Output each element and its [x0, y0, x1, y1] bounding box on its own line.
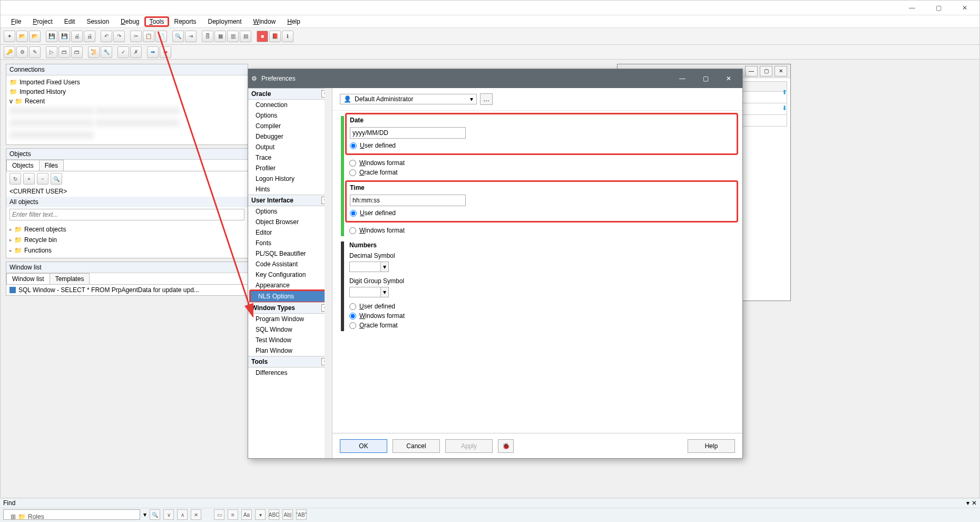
- find-list-icon[interactable]: ≡: [228, 509, 238, 520]
- inner-minimize-button[interactable]: —: [745, 66, 758, 76]
- group-symbol-input[interactable]: [349, 287, 381, 297]
- menu-edit[interactable]: Edit: [59, 17, 81, 26]
- menu-window[interactable]: Window: [248, 17, 281, 26]
- tree-imported-history[interactable]: 📁Imported History: [9, 87, 244, 96]
- time-radio-windows[interactable]: Windows format: [349, 227, 734, 234]
- pref-item-program-window[interactable]: Program Window: [248, 314, 332, 324]
- pref-item-plan-window[interactable]: Plan Window: [248, 345, 332, 356]
- tree-imported-fixed[interactable]: 📁Imported Fixed Users: [9, 78, 244, 87]
- pref-item-logon-history[interactable]: Logon History: [248, 173, 332, 184]
- prefs-maximize-button[interactable]: ▢: [695, 71, 716, 86]
- toolbar-redo-icon[interactable]: ↷: [113, 31, 125, 42]
- time-radio-user[interactable]: User defined: [350, 209, 733, 217]
- decimal-symbol-input[interactable]: [349, 262, 381, 272]
- toolbar-open2-icon[interactable]: 📂: [29, 31, 41, 42]
- pref-cat-tools[interactable]: Tools▾: [248, 356, 332, 368]
- find-quotes-icon[interactable]: "AB": [296, 509, 307, 520]
- toolbar-arrow-right-icon[interactable]: ➡: [147, 46, 159, 58]
- find-close2-icon[interactable]: ✕: [191, 509, 201, 520]
- toolbar-info-icon[interactable]: ℹ: [282, 31, 293, 42]
- pref-item-nls-options[interactable]: NLS Options: [251, 291, 329, 302]
- numbers-radio-user[interactable]: User defined: [349, 303, 734, 310]
- toolbar-cut-icon[interactable]: ✂: [130, 31, 142, 42]
- pref-item-beautifier[interactable]: PL/SQL Beautifier: [248, 248, 332, 259]
- menu-tools[interactable]: Tools: [144, 16, 169, 27]
- pref-tree-scrollbar[interactable]: [325, 88, 332, 458]
- tab-objects[interactable]: Objects: [6, 160, 40, 171]
- pref-item-hints[interactable]: Hints: [248, 184, 332, 195]
- tree-recent-objects[interactable]: 📁Recent objects: [9, 224, 244, 235]
- pref-item-trace[interactable]: Trace: [248, 152, 332, 163]
- toolbar-undo-icon[interactable]: ↶: [101, 31, 112, 42]
- pref-item-differences[interactable]: Differences: [248, 368, 332, 378]
- menu-help[interactable]: Help: [282, 17, 306, 26]
- preferences-tree[interactable]: Oracle▾ Connection Options Compiler Debu…: [248, 88, 332, 458]
- toolbar-commit-icon[interactable]: ✓: [117, 46, 129, 58]
- toolbar-paste-icon[interactable]: 📄: [155, 31, 167, 42]
- toolbar-print-icon[interactable]: 🖨: [71, 31, 83, 42]
- dropdown-icon[interactable]: ▾: [381, 287, 389, 297]
- preferences-titlebar[interactable]: ⚙ Preferences — ▢ ✕: [248, 69, 742, 88]
- pref-cat-oracle[interactable]: Oracle▾: [248, 88, 332, 100]
- pref-item-profiler[interactable]: Profiler: [248, 163, 332, 173]
- toolbar-book-icon[interactable]: 📕: [269, 31, 281, 42]
- find-highlight-icon[interactable]: ▭: [214, 509, 224, 520]
- cancel-button[interactable]: Cancel: [393, 439, 440, 453]
- find-close-icon[interactable]: ✕: [972, 499, 977, 507]
- toolbar-db-icon[interactable]: 🗄: [202, 31, 213, 42]
- toolbar-copy-icon[interactable]: 📋: [143, 31, 154, 42]
- find-abc-icon[interactable]: ABC: [269, 509, 279, 520]
- date-radio-oracle[interactable]: Oracle format: [349, 169, 734, 176]
- pref-item-output[interactable]: Output: [248, 142, 332, 152]
- dropdown-icon[interactable]: ▾: [381, 262, 389, 272]
- tab-window-list[interactable]: Window list: [6, 273, 50, 284]
- pref-item-appearance[interactable]: Appearance: [248, 280, 332, 291]
- date-radio-windows[interactable]: Windows format: [349, 159, 734, 167]
- prefs-minimize-button[interactable]: —: [672, 71, 693, 86]
- help-button[interactable]: Help: [688, 439, 735, 453]
- toolbar-save-icon[interactable]: 💾: [46, 31, 57, 42]
- plus-icon[interactable]: +: [23, 173, 35, 185]
- admin-more-button[interactable]: …: [480, 93, 493, 105]
- toolbar-wrench-icon[interactable]: 🔧: [101, 46, 112, 58]
- toolbar-print2-icon[interactable]: 🖨: [84, 31, 95, 42]
- bottom-tree-item[interactable]: ⊞ 📁 Roles: [11, 513, 44, 520]
- current-user-row[interactable]: <CURRENT USER>: [6, 186, 248, 197]
- toolbar-gear-icon[interactable]: ⚙: [16, 46, 28, 58]
- find-up-icon[interactable]: ∧: [177, 509, 188, 520]
- find-prev-icon[interactable]: ∨: [163, 509, 174, 520]
- find-regex-icon[interactable]: Ab|: [282, 509, 293, 520]
- pref-item-options[interactable]: Options: [248, 110, 332, 121]
- toolbar-key-icon[interactable]: 🔑: [4, 46, 15, 58]
- pref-item-key-config[interactable]: Key Configuration: [248, 269, 332, 280]
- toolbar-db3-icon[interactable]: 🗃: [71, 46, 83, 58]
- inner-close-button[interactable]: ✕: [775, 66, 787, 76]
- main-minimize-button[interactable]: —: [900, 2, 924, 14]
- filter-input[interactable]: [9, 209, 244, 220]
- toolbar-find-icon[interactable]: 🔍: [172, 31, 184, 42]
- pref-cat-window-types[interactable]: Window Types▾: [248, 302, 332, 314]
- pref-cat-ui[interactable]: User Interface▾: [248, 195, 332, 206]
- find-dropdown2-icon[interactable]: ▾: [255, 509, 266, 520]
- refresh-icon[interactable]: ↻: [9, 173, 21, 185]
- tree-recycle-bin[interactable]: 📁Recycle bin: [9, 235, 244, 245]
- tree-recent[interactable]: v📁Recent: [9, 96, 244, 106]
- menu-deployment[interactable]: Deployment: [203, 17, 247, 26]
- toolbar-grid-icon[interactable]: ▤: [240, 31, 251, 42]
- pref-item-connection[interactable]: Connection: [248, 100, 332, 110]
- menu-debug[interactable]: Debug: [115, 17, 144, 26]
- find-next-icon[interactable]: 🔍: [150, 509, 160, 520]
- toolbar-edit-icon[interactable]: ✎: [29, 46, 41, 58]
- pref-item-object-browser[interactable]: Object Browser: [248, 217, 332, 227]
- pref-item-compiler[interactable]: Compiler: [248, 121, 332, 131]
- toolbar-saveall-icon[interactable]: 💾: [58, 31, 70, 42]
- toolbar-run-icon[interactable]: ▷: [46, 46, 57, 58]
- menu-reports[interactable]: Reports: [169, 17, 202, 26]
- numbers-radio-oracle[interactable]: Oracle format: [349, 322, 734, 329]
- date-radio-user[interactable]: User defined: [350, 142, 733, 149]
- time-format-input[interactable]: [350, 195, 466, 206]
- pref-item-code-assistant[interactable]: Code Assistant: [248, 259, 332, 269]
- pref-item-fonts[interactable]: Fonts: [248, 238, 332, 248]
- find-dropdown-icon[interactable]: ▾: [143, 511, 146, 518]
- expand-icon[interactable]: ⊞: [11, 513, 16, 520]
